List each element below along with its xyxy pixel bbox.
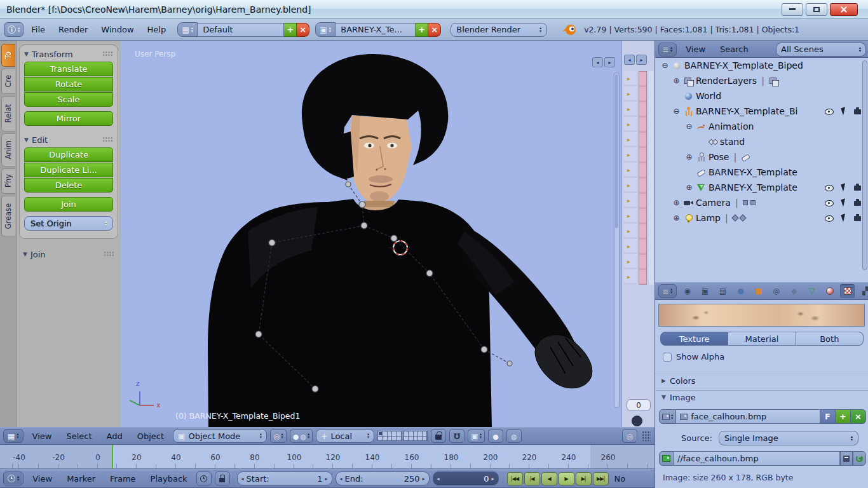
duplicate-linked-button[interactable]: Duplicate Li... <box>24 163 113 177</box>
titlebar[interactable]: Blender* [f:\Docs\CreoNew\Harem\Barney\o… <box>0 0 868 19</box>
properties-tab-object[interactable]: ■ <box>751 284 766 298</box>
unlink-image-button[interactable] <box>851 409 866 424</box>
timeline-ruler[interactable]: -40 -20 0 20 40 60 80 100 120 140 160 18… <box>0 445 654 469</box>
outliner-item-world[interactable]: World <box>655 88 868 104</box>
increment-arrow-icon[interactable]: ▸ <box>325 476 328 482</box>
properties-tab-material[interactable] <box>822 284 837 298</box>
menu-help[interactable]: Help <box>142 25 172 34</box>
next-arrow-button[interactable]: ▸ <box>636 55 647 65</box>
prev-arrow-button[interactable]: ◂ <box>624 55 635 65</box>
expand-icon[interactable] <box>684 183 694 192</box>
viewport-3d[interactable]: User Persp (0) BARNEY-X_Template_Biped1 … <box>121 41 621 427</box>
properties-tab-world[interactable]: ● <box>733 284 748 298</box>
outliner-item-pose[interactable]: Pose <box>655 149 868 165</box>
menu-frame[interactable]: Frame <box>104 474 142 484</box>
source-dropdown[interactable]: Single Image <box>719 431 858 445</box>
dopesheet-strip[interactable]: ◂ ▸ 0 <box>621 41 654 427</box>
character-model[interactable] <box>121 41 621 427</box>
duplicate-button[interactable]: Duplicate <box>24 147 113 162</box>
drawtype-dropdown[interactable] <box>290 429 313 443</box>
filepath-field[interactable]: //face_calhoun.bmp <box>674 451 840 466</box>
add-screen-layout-button[interactable] <box>284 23 297 37</box>
properties-tab-scene[interactable]: ▤ <box>715 284 730 298</box>
collapse-icon[interactable] <box>672 107 681 116</box>
properties-tab-constraints[interactable]: ◎ <box>769 284 783 298</box>
menu-search[interactable]: Search <box>714 44 754 54</box>
texture-context-both[interactable]: Both <box>796 332 864 346</box>
toolshelf-tab-relations[interactable]: Relat <box>1 96 15 132</box>
lock-time-button[interactable] <box>215 471 230 485</box>
sync-dropdown[interactable]: No <box>612 474 628 484</box>
menu-view[interactable]: View <box>27 431 58 441</box>
properties-tab-particles[interactable]: ▞ <box>858 284 868 298</box>
properties-tab-modifiers[interactable]: ◆ <box>787 284 801 298</box>
layers-grid-right[interactable] <box>403 431 428 441</box>
opengl-anim-button[interactable] <box>506 429 522 443</box>
collapse-icon[interactable] <box>684 122 694 131</box>
menu-object[interactable]: Object <box>132 431 170 441</box>
decrement-arrow-icon[interactable]: ◂ <box>241 476 244 482</box>
expand-icon[interactable] <box>672 198 681 207</box>
lock-button[interactable] <box>431 429 446 443</box>
visibility-eye-icon[interactable] <box>824 107 834 116</box>
jump-to-start-button[interactable] <box>507 472 523 485</box>
fake-user-button[interactable]: F <box>820 409 836 424</box>
delete-screen-layout-button[interactable] <box>297 23 309 37</box>
collapse-icon[interactable] <box>660 61 670 70</box>
visibility-eye-icon[interactable] <box>824 198 834 208</box>
properties-tab-data[interactable]: ▽ <box>804 284 819 298</box>
scrollbar-thumb[interactable] <box>615 74 618 228</box>
outliner-item-mesh-object[interactable]: BARNEY-X_Template <box>655 180 868 195</box>
decrement-arrow-icon[interactable]: ◂ <box>340 476 342 482</box>
menu-playback[interactable]: Playback <box>145 474 193 484</box>
snap-target-dropdown[interactable] <box>468 429 485 443</box>
render-engine-dropdown[interactable]: Blender Render <box>451 23 547 37</box>
selectable-cursor-icon[interactable] <box>839 107 849 116</box>
join-button[interactable]: Join <box>24 197 113 212</box>
decrement-arrow-icon[interactable]: ◂ <box>437 476 440 482</box>
editor-type-button[interactable] <box>658 43 677 57</box>
toolshelf-tab-tools[interactable]: To <box>1 44 15 67</box>
outliner-item-armature-data[interactable]: BARNEY-X_Template <box>655 165 868 180</box>
menu-render[interactable]: Render <box>53 25 93 34</box>
header-grip-icon[interactable] <box>642 431 651 441</box>
image-browse-button[interactable] <box>659 409 676 424</box>
start-frame-field[interactable]: ◂ Start: 1 ▸ <box>237 471 332 485</box>
end-frame-field[interactable]: ◂ End: 250 ▸ <box>336 471 430 485</box>
next-arrow-button[interactable]: ▸ <box>604 57 615 67</box>
delete-button[interactable]: Delete <box>24 178 113 193</box>
menu-view[interactable]: View <box>27 474 58 484</box>
minimize-button[interactable] <box>782 3 803 16</box>
next-keyframe-button[interactable] <box>576 472 592 485</box>
current-frame-indicator[interactable] <box>112 445 113 468</box>
outliner-item-scene[interactable]: BARNEY-X_Template_Biped <box>655 58 868 73</box>
expand-icon[interactable] <box>684 152 694 161</box>
image-panel-header[interactable]: Image <box>655 390 868 403</box>
texture-preview[interactable] <box>658 304 865 327</box>
increment-arrow-icon[interactable]: ▸ <box>492 476 494 482</box>
outliner-item-lamp[interactable]: Lamp <box>655 210 868 226</box>
toolshelf-tab-physics[interactable]: Phy <box>1 168 15 194</box>
outliner-item-animation[interactable]: Animation <box>655 119 868 134</box>
toolshelf-tab-create[interactable]: Cre <box>1 69 15 94</box>
scene-field[interactable]: BARNEY-X_Te... <box>336 23 416 37</box>
visibility-eye-icon[interactable] <box>824 183 834 193</box>
edit-panel-header[interactable]: Edit <box>24 132 113 147</box>
outliner-vscrollbar[interactable] <box>862 60 867 270</box>
scale-button[interactable]: Scale <box>24 92 113 107</box>
editor-type-button[interactable] <box>3 429 24 443</box>
transform-panel-header[interactable]: Transform <box>24 46 113 62</box>
screen-layout-field[interactable]: Default <box>198 23 284 37</box>
opengl-render-button[interactable] <box>488 429 503 443</box>
outliner-display-dropdown[interactable]: All Scenes <box>776 43 866 57</box>
increment-arrow-icon[interactable]: ▸ <box>423 476 425 482</box>
prev-arrow-button[interactable]: ◂ <box>592 57 603 67</box>
channel-expand-arrows[interactable] <box>624 71 637 285</box>
shading-dropdown[interactable] <box>270 429 287 443</box>
reload-image-button[interactable] <box>853 451 866 466</box>
viewport-scrollbar[interactable] <box>614 72 620 408</box>
texture-context-material[interactable]: Material <box>728 332 796 346</box>
editor-type-button[interactable] <box>3 471 24 485</box>
toolshelf-tab-animation[interactable]: Anim <box>1 133 15 166</box>
set-origin-dropdown[interactable]: Set Origin <box>24 216 113 231</box>
